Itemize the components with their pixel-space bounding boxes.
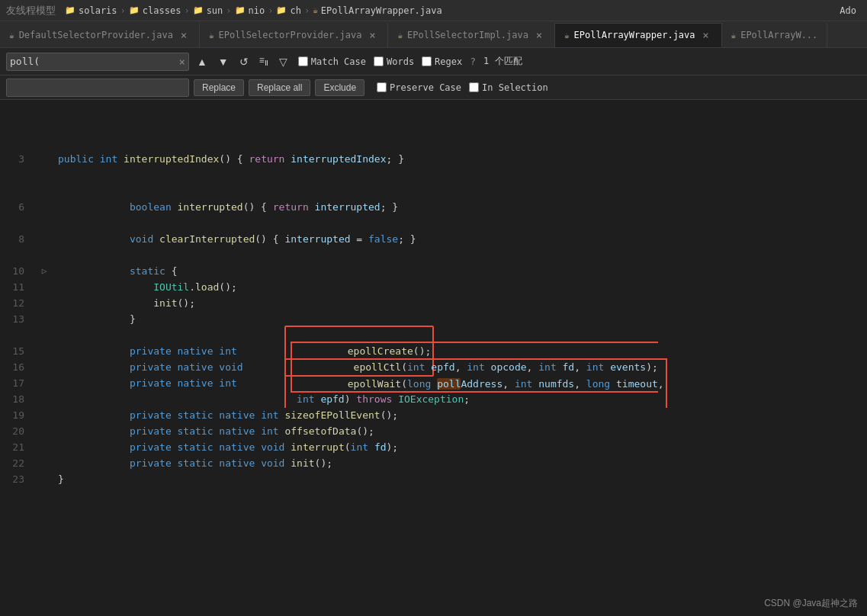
gutter-17 [37, 375, 52, 391]
search-next-button[interactable]: ▼ [215, 54, 232, 69]
words-option[interactable]: Words [374, 56, 414, 67]
line-numbers: 3 6 8 10 11 12 13 15 16 17 18 19 20 21 2… [0, 100, 37, 616]
replace-button[interactable]: Replace [194, 79, 244, 96]
preserve-case-checkbox[interactable] [377, 82, 387, 92]
code-line-11: IOUtil.load(); [52, 279, 867, 295]
replace-all-button[interactable]: Replace all [249, 79, 310, 96]
search-toggle-button[interactable]: ≡Ⅱ [256, 53, 271, 69]
folder-icon-classes: 📁 [129, 5, 140, 15]
add-tab-button[interactable]: Ado [835, 4, 861, 18]
line-num-12: 12 [0, 295, 31, 311]
code-line-21: private static native void interrupt(int… [52, 439, 867, 455]
preserve-case-option[interactable]: Preserve Case [377, 82, 461, 93]
gutter-0 [37, 103, 52, 119]
tab-file-icon-5: ☕ [731, 30, 737, 40]
gutter-12 [37, 295, 52, 311]
search-filter-button[interactable]: ▽ [276, 54, 291, 69]
line-num-16: 16 [0, 359, 31, 375]
search-clear-button[interactable]: × [179, 56, 185, 68]
preserve-case-label: Preserve Case [390, 82, 461, 93]
breadcrumb-solaris[interactable]: solaris [79, 5, 117, 16]
tab-default-selector-provider[interactable]: ☕ DefaultSelectorProvider.java × [0, 23, 200, 47]
watermark: CSDN @Java超神之路 [764, 597, 858, 610]
in-selection-option[interactable]: In Selection [469, 82, 548, 93]
code-line-0 [52, 103, 867, 119]
line-num-11: 11 [0, 279, 31, 295]
tab-epoll-array-wrapper-2[interactable]: ☕ EPollArrayW... [722, 23, 828, 47]
tab-epoll-selector-provider[interactable]: ☕ EPollSelectorProvider.java × [200, 23, 388, 47]
match-case-checkbox[interactable] [298, 56, 308, 66]
tab-file-icon-3: ☕ [397, 30, 403, 40]
gutter-9 [37, 247, 52, 263]
tab-close-icon[interactable]: × [178, 29, 190, 41]
regex-checkbox[interactable] [422, 56, 432, 66]
tab-bar: ☕ DefaultSelectorProvider.java × ☕ EPoll… [0, 21, 867, 48]
search-input[interactable] [10, 56, 179, 67]
tab-epoll-array-wrapper[interactable]: ☕ EPollArrayWrapper.java × [555, 23, 722, 47]
code-line-22: private static native void init(); [52, 455, 867, 471]
code-line-20: private static native int offsetofData()… [52, 423, 867, 439]
gutter-3 [37, 151, 52, 167]
line-num-4 [0, 167, 31, 183]
replace-input-wrapper [6, 79, 189, 97]
code-line-6: boolean interrupted() { return interrupt… [52, 199, 867, 215]
gutter-23 [37, 471, 52, 487]
tab-close-icon-3[interactable]: × [533, 29, 545, 41]
tab-label-2: EPollSelectorProvider.java [219, 30, 362, 40]
match-case-option[interactable]: Match Case [298, 56, 366, 67]
line-num-21: 21 [0, 439, 31, 455]
gutter-15 [37, 343, 52, 359]
kw-public-3: public [58, 151, 94, 167]
line-num-2 [0, 135, 31, 151]
gutter-4 [37, 167, 52, 183]
code-area[interactable]: public int interruptedIndex() { return i… [52, 100, 867, 616]
code-line-18: int epfd) throws IOException; [52, 391, 867, 407]
tab-close-icon-2[interactable]: × [366, 29, 378, 41]
tab-epoll-selector-impl[interactable]: ☕ EPollSelectorImpl.java × [388, 23, 555, 47]
replace-input[interactable] [10, 82, 185, 93]
code-line-13: } [52, 311, 867, 327]
code-line-14 [52, 327, 867, 343]
line-num-1 [0, 119, 31, 135]
code-line-2 [52, 135, 867, 151]
tab-close-icon-4[interactable]: × [700, 29, 712, 41]
tab-file-icon-2: ☕ [209, 30, 214, 40]
line-num-18: 18 [0, 391, 31, 407]
words-checkbox[interactable] [374, 56, 384, 66]
line-num-13: 13 [0, 311, 31, 327]
in-selection-checkbox[interactable] [469, 82, 479, 92]
gutter-10: ▷ [37, 263, 52, 279]
gutter-8 [37, 231, 52, 247]
gutter-11 [37, 279, 52, 295]
code-line-10: static { [52, 263, 867, 279]
replace-options: Preserve Case In Selection [377, 82, 548, 93]
line-num-10: 10 [0, 263, 31, 279]
breadcrumb-sun[interactable]: sun [207, 5, 223, 16]
line-num-14 [0, 327, 31, 343]
breadcrumb-title: 友线程模型 [6, 4, 56, 18]
words-label: Words [387, 56, 414, 67]
search-input-wrapper: × [6, 53, 189, 71]
breadcrumb-ch[interactable]: ch [290, 5, 300, 16]
breadcrumb-nio[interactable]: nio [249, 5, 265, 16]
tab-file-icon-4: ☕ [564, 30, 570, 40]
search-refresh-button[interactable]: ↺ [236, 54, 252, 69]
line-num-22: 22 [0, 455, 31, 471]
breadcrumb-file[interactable]: EPollArrayWrapper.java [321, 5, 442, 16]
search-prev-button[interactable]: ▲ [194, 54, 210, 69]
exclude-button[interactable]: Exclude [315, 79, 364, 96]
gutter-22 [37, 455, 52, 471]
breadcrumb-classes[interactable]: classes [143, 5, 181, 16]
line-num-9 [0, 247, 31, 263]
folder-icon-nio: 📁 [235, 5, 246, 15]
gutter-21 [37, 439, 52, 455]
editor-area: 3 6 8 10 11 12 13 15 16 17 18 19 20 21 2… [0, 100, 867, 616]
regex-option[interactable]: Regex [422, 56, 462, 67]
line-num-7 [0, 215, 31, 231]
regex-help-icon[interactable]: ? [470, 56, 476, 67]
gutter-area: ▷ [37, 100, 52, 616]
replace-bar: Replace Replace all Exclude Preserve Cas… [0, 75, 867, 100]
line-num-5 [0, 183, 31, 199]
search-options: Match Case Words Regex ? [298, 56, 476, 67]
line-num-19: 19 [0, 407, 31, 423]
